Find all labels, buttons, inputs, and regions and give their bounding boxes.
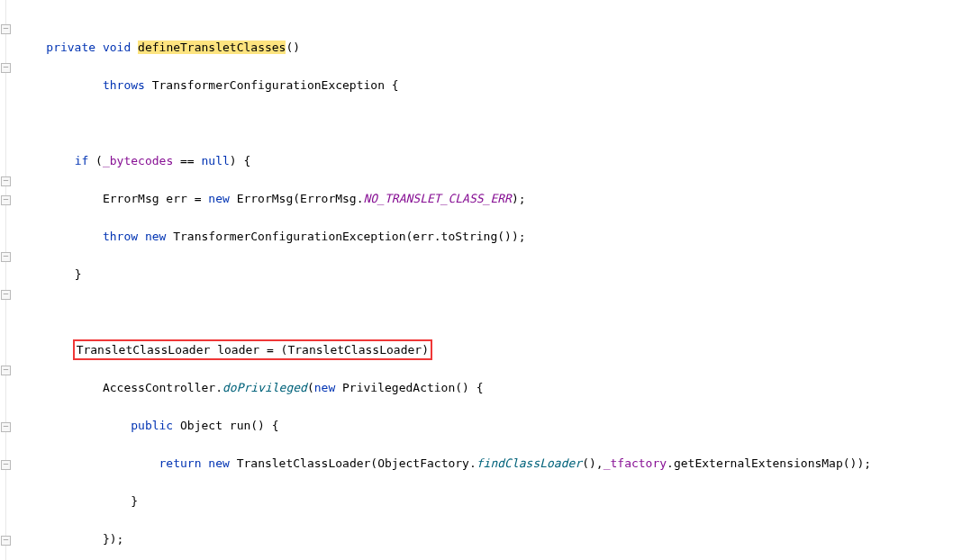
highlight-box-1: TransletClassLoader loader = (TransletCl… <box>73 339 432 360</box>
keyword-null: null <box>202 154 230 167</box>
brace: } <box>131 494 138 508</box>
field-tfactory: _tfactory <box>604 456 667 470</box>
text: PrivilegedAction() { <box>335 381 483 394</box>
code-area[interactable]: private void defineTransletClasses() thr… <box>13 0 962 560</box>
text: ErrorMsg err = <box>103 192 208 205</box>
fold-marker[interactable] <box>1 536 11 546</box>
paren: () <box>286 41 300 54</box>
text: TransformerConfigurationException(err.to… <box>166 230 525 243</box>
fold-marker[interactable] <box>1 63 11 73</box>
constant-no-translet: NO_TRANSLET_CLASS_ERR <box>364 192 512 205</box>
method-doprivileged: doPrivileged <box>222 381 307 394</box>
text: ) { <box>230 154 250 167</box>
text: (), <box>582 456 603 470</box>
text: ); <box>512 192 526 205</box>
fold-marker[interactable] <box>1 24 11 34</box>
brace: } <box>75 267 82 281</box>
field-bytecodes: _bytecodes <box>103 154 173 167</box>
method-findclassloader: findClassLoader <box>476 456 582 470</box>
keyword-return-new: return new <box>159 456 230 470</box>
text: Object run() { <box>173 419 278 432</box>
fold-marker[interactable] <box>1 252 11 262</box>
text: .getExternalExtensionsMap()); <box>667 456 871 470</box>
keyword-new: new <box>314 381 335 394</box>
fold-marker[interactable] <box>1 290 11 300</box>
keyword-if: if <box>75 154 89 167</box>
text: ErrorMsg(ErrorMsg. <box>230 192 364 205</box>
text: TransletClassLoader(ObjectFactory. <box>230 456 476 470</box>
keyword-public: public <box>131 419 173 432</box>
fold-marker[interactable] <box>1 422 11 432</box>
text: AccessController. <box>103 381 222 394</box>
text: }); <box>103 532 123 546</box>
method-name-highlight: defineTransletClasses <box>138 41 286 54</box>
code-editor[interactable]: private void defineTransletClasses() thr… <box>0 0 962 560</box>
keyword-new: new <box>208 192 229 205</box>
gutter <box>0 0 13 560</box>
type-name: TransformerConfigurationException { <box>145 78 399 92</box>
keyword-throws: throws <box>103 78 145 92</box>
fold-marker[interactable] <box>1 195 11 205</box>
op-eq: == <box>173 154 201 167</box>
fold-marker[interactable] <box>1 366 11 375</box>
fold-marker[interactable] <box>1 176 11 186</box>
text: ( <box>88 154 103 167</box>
keyword-private: private <box>46 41 95 54</box>
fold-marker[interactable] <box>1 460 11 470</box>
keyword-throw-new: throw new <box>103 230 166 243</box>
text: ( <box>307 381 314 394</box>
keyword-void: void <box>95 41 131 54</box>
